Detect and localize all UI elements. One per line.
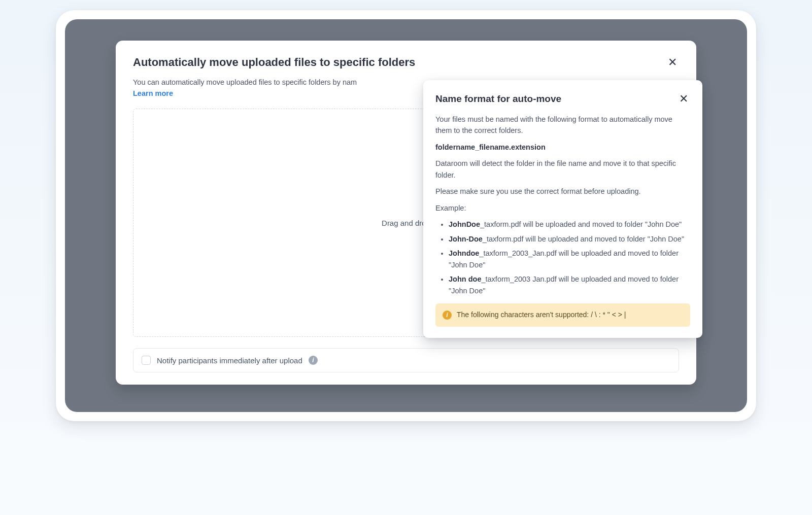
popover-detect: Dataroom will detect the folder in the f… [435,158,690,181]
popover-example-label: Example: [435,202,690,214]
modal-title: Automatically move uploaded files to spe… [133,56,415,69]
app-frame: Automatically move uploaded files to spe… [56,10,756,421]
close-icon[interactable]: ✕ [666,55,679,70]
notify-checkbox[interactable] [142,356,151,365]
popover-ensure: Please make sure you use the correct for… [435,186,690,197]
example-item: John doe_taxform_2003 Jan.pdf will be up… [449,273,690,296]
warning-icon: i [443,311,452,320]
example-item: Johndoe_taxform_2003_Jan.pdf will be upl… [449,248,690,270]
example-item: JohnDoe_taxform.pdf will be uploaded and… [449,219,690,230]
popover-header: Name format for auto-move ✕ [435,91,690,107]
example-item: John-Doe_taxform.pdf will be uploaded an… [449,233,690,245]
close-icon[interactable]: ✕ [677,91,690,107]
popover-intro: Your files must be named with the follow… [435,114,690,136]
popover-format: foldername_filename.extension [435,142,690,153]
warning-text: The following characters aren't supporte… [457,310,626,321]
notify-row: Notify participants immediately after up… [133,348,679,372]
info-icon[interactable]: i [309,356,318,365]
notify-label: Notify participants immediately after up… [157,356,302,365]
warning-banner: i The following characters aren't suppor… [435,303,690,327]
example-list: JohnDoe_taxform.pdf will be uploaded and… [435,219,690,296]
popover-title: Name format for auto-move [435,91,561,106]
modal-overlay: Automatically move uploaded files to spe… [65,19,747,412]
modal-header: Automatically move uploaded files to spe… [133,55,679,70]
name-format-popover: Name format for auto-move ✕ Your files m… [423,80,702,338]
